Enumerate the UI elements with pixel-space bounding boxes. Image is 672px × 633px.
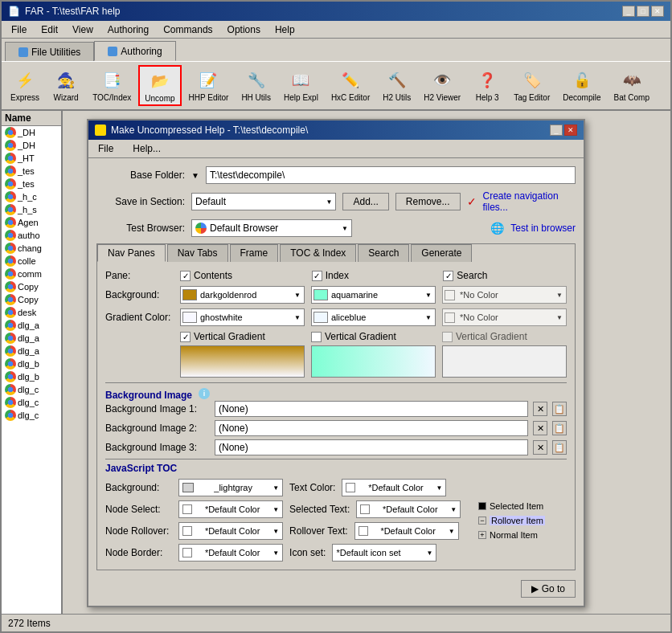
bg-image-3-input[interactable] [215, 439, 528, 455]
jstoc-bg-select[interactable]: _lightgray ▼ [178, 479, 283, 496]
menu-options[interactable]: Options [221, 22, 267, 37]
test-browser-link[interactable]: Test in browser [510, 223, 576, 234]
grad-color-select-3[interactable]: *No Color ▼ [442, 308, 567, 326]
tab-generate[interactable]: Generate [411, 244, 472, 262]
tab-bar: File Utilities Authoring [2, 39, 670, 61]
tool-express[interactable]: ⚡ Express [5, 65, 45, 106]
bg-image-1-input[interactable] [215, 401, 528, 417]
divider-1 [105, 382, 567, 383]
jstoc-rt-cb[interactable] [359, 526, 368, 536]
jstoc-text-color-select[interactable]: *Default Color ▼ [342, 479, 446, 496]
jstoc-nb-cb[interactable] [182, 548, 192, 557]
contents-checkbox[interactable]: ✓ [180, 271, 191, 281]
bg-color-select-3[interactable]: *No Color ▼ [442, 286, 567, 304]
toolbar: ⚡ Express 🧙 Wizard 📑 TOC/Index 📂 Uncomp … [2, 61, 670, 111]
tool-decompile[interactable]: 🔓 Decompile [557, 65, 606, 106]
app-icon: 📄 [8, 6, 20, 17]
tool-uncomp[interactable]: 📂 Uncomp [138, 65, 181, 106]
jstoc-text-cb[interactable] [346, 483, 355, 492]
dialog-menu-file[interactable]: File [92, 141, 120, 156]
toc-normal-item: + Normal Item [478, 530, 567, 540]
tool-bat-comp[interactable]: 🦇 Bat Comp [608, 65, 654, 106]
globe-icon: 🌐 [490, 222, 504, 235]
selected-icon-square [478, 502, 486, 510]
goto-btn[interactable]: ▶ Go to [521, 580, 576, 598]
tool-h2-viewer[interactable]: 👁️ H2 Viewer [418, 65, 466, 106]
add-btn[interactable]: Add... [342, 193, 388, 210]
bg-image-2-clear[interactable]: ✕ [533, 421, 547, 435]
tab-nav-tabs[interactable]: Nav Tabs [167, 244, 228, 262]
tab-search[interactable]: Search [358, 244, 409, 262]
jstoc-nr-cb[interactable] [182, 526, 192, 536]
close-btn[interactable]: ✕ [651, 6, 664, 17]
test-browser-select[interactable]: Default Browser ▼ [191, 219, 352, 237]
js-toc-content: Background: _lightgray ▼ Text Color: [105, 479, 567, 562]
vert-grad-2-cb[interactable] [311, 332, 322, 342]
grad-cb-3[interactable] [445, 312, 455, 323]
main-window: 📄 FAR - T:\test\FAR help _ □ ✕ File Edit… [0, 0, 672, 633]
tool-help3[interactable]: ❓ Help 3 [468, 65, 506, 106]
jstoc-icon-set-select[interactable]: *Default icon set ▼ [332, 544, 436, 562]
bg-color-select-2[interactable]: aquamarine ▼ [311, 286, 436, 304]
menu-help[interactable]: Help [268, 22, 301, 37]
dialog-close-btn[interactable]: ✕ [564, 125, 577, 136]
tool-help-expl[interactable]: 📖 Help Expl [278, 65, 324, 106]
bg-image-1-browse[interactable]: 📋 [552, 402, 567, 416]
bg-cb-3[interactable] [445, 290, 455, 300]
tool-hxc-editor[interactable]: ✏️ HxC Editor [326, 65, 375, 106]
help3-icon: ❓ [474, 67, 500, 93]
vert-grad-1-cb[interactable]: ✓ [180, 332, 191, 342]
save-section-row: Save in Section: Default ▼ Add... Remove… [96, 190, 576, 213]
menu-file[interactable]: File [5, 22, 33, 37]
remove-btn[interactable]: Remove... [395, 193, 461, 210]
bg-image-2-row: Background Image 2: ✕ 📋 [105, 420, 567, 436]
tab-toc-index[interactable]: TOC & Index [280, 244, 356, 262]
tool-wizard[interactable]: 🧙 Wizard [47, 65, 85, 106]
jstoc-sel-text-select[interactable]: *Default Color ▼ [356, 500, 461, 518]
tool-tag-editor[interactable]: 🏷️ Tag Editor [508, 65, 555, 106]
bg-image-1-clear[interactable]: ✕ [533, 402, 547, 416]
bg-image-3-browse[interactable]: 📋 [552, 440, 567, 455]
tool-hh-utils[interactable]: 🔧 HH Utils [236, 65, 277, 106]
tool-toc-index[interactable]: 📑 TOC/Index [87, 65, 137, 106]
bg-image-2-input[interactable] [215, 420, 528, 436]
help-expl-icon: 📖 [288, 67, 313, 93]
jstoc-node-rollover-select[interactable]: *Default Color ▼ [178, 522, 283, 540]
menu-authoring[interactable]: Authoring [101, 22, 155, 37]
jstoc-node-border-select[interactable]: *Default Color ▼ [178, 544, 283, 562]
grad-color-select-1[interactable]: ghostwhite ▼ [180, 308, 305, 326]
tab-authoring[interactable]: Authoring [94, 41, 175, 61]
tool-h2-utils[interactable]: 🔨 H2 Utils [377, 65, 416, 106]
menu-commands[interactable]: Commands [157, 22, 219, 37]
maximize-btn[interactable]: □ [637, 6, 649, 17]
info-icon[interactable]: i [199, 388, 210, 399]
jstoc-node-select-cb[interactable] [182, 504, 192, 514]
jstoc-node-select-select[interactable]: *Default Color ▼ [178, 500, 283, 518]
bg-color-select-1[interactable]: darkgoldenrod ▼ [180, 286, 305, 304]
dialog-minimize-btn[interactable]: _ [550, 125, 563, 136]
grad-color-select-2[interactable]: aliceblue ▼ [311, 308, 436, 326]
tab-frame[interactable]: Frame [230, 244, 279, 262]
base-folder-arrow[interactable]: ▼ [191, 171, 199, 180]
menu-edit[interactable]: Edit [35, 22, 64, 37]
tab-file-utilities[interactable]: File Utilities [5, 42, 94, 61]
jstoc-sel-text-cb[interactable] [360, 504, 370, 514]
bg-image-2-browse[interactable]: 📋 [552, 421, 567, 435]
menu-view[interactable]: View [66, 22, 100, 37]
jstoc-text-arrow: ▼ [436, 484, 443, 492]
bg-image-3-clear[interactable]: ✕ [533, 440, 547, 455]
index-checkbox[interactable]: ✓ [312, 271, 322, 281]
rollover-item-label: Rollover Item [490, 516, 545, 525]
base-folder-input[interactable]: T:\test\decompile\ [206, 166, 576, 184]
dialog-menu-help[interactable]: Help... [126, 141, 167, 156]
color-arrow-1: ▼ [294, 292, 302, 299]
jstoc-rollover-text-select[interactable]: *Default Color ▼ [354, 522, 459, 540]
grad-swatch-1 [182, 312, 197, 323]
create-nav-link[interactable]: Create navigation files... [483, 190, 576, 213]
vert-grad-3-cb[interactable] [442, 332, 453, 342]
tool-hhp-editor[interactable]: 📝 HHP Editor [183, 65, 235, 106]
save-section-select[interactable]: Default ▼ [191, 193, 336, 210]
tab-nav-panes[interactable]: Nav Panes [97, 244, 166, 262]
minimize-btn[interactable]: _ [622, 6, 635, 17]
search-checkbox[interactable]: ✓ [443, 271, 453, 281]
